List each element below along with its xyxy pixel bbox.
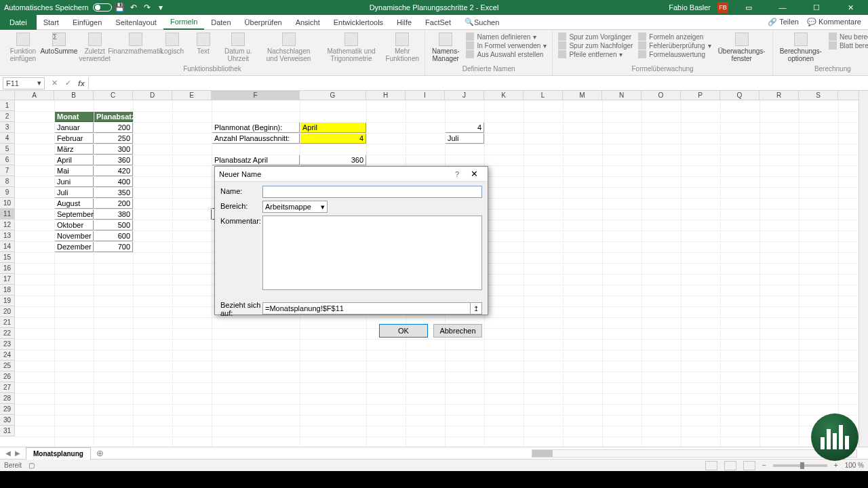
cell-month-11[interactable]: Dezember <box>54 241 94 252</box>
tab-file[interactable]: Datei <box>0 15 37 30</box>
formula-input[interactable] <box>88 77 868 89</box>
view-layout-icon[interactable] <box>724 461 736 470</box>
cell-value-5[interactable]: 400 <box>94 176 133 187</box>
cell-month-0[interactable]: Januar <box>54 122 94 133</box>
scope-select[interactable]: Arbeitsmappe▾ <box>262 201 328 213</box>
row-22[interactable]: 22 <box>0 328 14 339</box>
collapse-ref-icon[interactable]: ↥ <box>470 302 482 314</box>
cell-value-1[interactable]: 250 <box>94 133 133 144</box>
cell-planmonat-value[interactable]: April <box>300 122 366 133</box>
cell-value-8[interactable]: 380 <box>94 209 133 220</box>
dialog-close-icon[interactable]: ✕ <box>465 169 484 179</box>
comment-textarea[interactable] <box>262 216 482 290</box>
datetime-button[interactable]: Datum u. Uhrzeit <box>220 31 256 64</box>
row-25[interactable]: 25 <box>0 361 14 371</box>
row-9[interactable]: 9 <box>0 187 14 198</box>
error-check-button[interactable]: Fehlerüberprüfung ▾ <box>638 41 711 49</box>
create-from-selection-button[interactable]: Aus Auswahl erstellen <box>466 50 547 58</box>
col-L[interactable]: L <box>524 91 563 100</box>
zoom-slider[interactable] <box>773 464 827 467</box>
calc-sheet-button[interactable]: Blatt berechnen <box>829 41 868 49</box>
use-in-formula-button[interactable]: In Formel verwenden ▾ <box>466 41 547 49</box>
cell-value-11[interactable]: 700 <box>94 241 133 252</box>
financial-button[interactable]: Finanzmathematik <box>116 31 155 56</box>
cell-header-plan[interactable]: Planabsatz <box>94 111 133 122</box>
col-P[interactable]: P <box>681 91 720 100</box>
dialog-help-icon[interactable]: ? <box>450 170 465 178</box>
zoom-in-icon[interactable]: + <box>834 462 838 469</box>
cell-month-8[interactable]: September <box>54 209 94 220</box>
tab-devtools[interactable]: Entwicklertools <box>327 15 390 30</box>
row-15[interactable]: 15 <box>0 252 14 263</box>
eval-formula-button[interactable]: Formelauswertung <box>638 50 711 58</box>
col-O[interactable]: O <box>642 91 681 100</box>
search-button[interactable]: 🔍 Suchen <box>458 15 506 30</box>
cell-month-10[interactable]: November <box>54 230 94 241</box>
tab-data[interactable]: Daten <box>204 15 237 30</box>
ribbon-display-icon[interactable]: ▭ <box>735 0 762 15</box>
calc-options-button[interactable]: Berechnungs-optionen <box>777 31 825 64</box>
row-26[interactable]: 26 <box>0 371 14 382</box>
cell-aux1[interactable]: 4 <box>445 122 484 133</box>
row-8[interactable]: 8 <box>0 176 14 187</box>
cell-month-7[interactable]: August <box>54 198 94 209</box>
macro-record-icon[interactable]: ▢ <box>28 462 35 469</box>
view-break-icon[interactable] <box>743 461 755 470</box>
share-button[interactable]: 🔗 Teilen <box>768 18 799 26</box>
cell-value-0[interactable]: 200 <box>94 122 133 133</box>
col-G[interactable]: G <box>300 91 366 100</box>
row-3[interactable]: 3 <box>0 122 14 133</box>
mathtrig-button[interactable]: Mathematik und Trigonometrie <box>321 31 381 64</box>
row-16[interactable]: 16 <box>0 263 14 274</box>
cell-month-4[interactable]: Mai <box>54 165 94 176</box>
save-icon[interactable]: 💾 <box>115 2 125 13</box>
logical-button[interactable]: Logisch <box>158 31 186 56</box>
col-Q[interactable]: Q <box>720 91 760 100</box>
row-14[interactable]: 14 <box>0 241 14 252</box>
qat-dropdown-icon[interactable]: ▾ <box>155 2 166 13</box>
calc-now-button[interactable]: Neu berechnen <box>829 33 868 41</box>
cell-month-6[interactable]: Juli <box>54 187 94 198</box>
row-21[interactable]: 21 <box>0 317 14 328</box>
row-24[interactable]: 24 <box>0 350 14 361</box>
col-B[interactable]: B <box>54 91 94 100</box>
row-2[interactable]: 2 <box>0 111 14 122</box>
cell-planabsatz-value[interactable]: 360 <box>300 155 366 165</box>
comments-button[interactable]: 💬 Kommentare <box>807 18 861 26</box>
row-13[interactable]: 13 <box>0 230 14 241</box>
row-30[interactable]: 30 <box>0 415 14 426</box>
redo-icon[interactable]: ↷ <box>142 2 153 13</box>
trace-dependents-button[interactable]: Spur zum Nachfolger <box>558 41 633 49</box>
autosum-button[interactable]: ΣAutoSumme <box>45 31 73 56</box>
col-H[interactable]: H <box>366 91 406 100</box>
row-28[interactable]: 28 <box>0 393 14 404</box>
watch-window-button[interactable]: Überwachungs-fenster <box>715 31 768 64</box>
show-formulas-button[interactable]: Formeln anzeigen <box>638 33 711 41</box>
select-all-corner[interactable] <box>0 91 15 100</box>
zoom-out-icon[interactable]: − <box>762 462 766 469</box>
row-17[interactable]: 17 <box>0 274 14 285</box>
row-4[interactable]: 4 <box>0 133 14 144</box>
col-S[interactable]: S <box>799 91 838 100</box>
cell-month-2[interactable]: März <box>54 144 94 155</box>
tab-help[interactable]: Hilfe <box>390 15 418 30</box>
col-I[interactable]: I <box>406 91 445 100</box>
cell-value-4[interactable]: 420 <box>94 165 133 176</box>
row-10[interactable]: 10 <box>0 198 14 209</box>
row-12[interactable]: 12 <box>0 220 14 230</box>
row-18[interactable]: 18 <box>0 285 14 296</box>
col-C[interactable]: C <box>94 91 133 100</box>
col-F[interactable]: F <box>212 91 300 100</box>
row-7[interactable]: 7 <box>0 165 14 176</box>
name-box[interactable]: F11▾ <box>3 77 45 89</box>
col-R[interactable]: R <box>760 91 799 100</box>
enter-formula-icon[interactable]: ✓ <box>61 79 75 87</box>
cell-header-month[interactable]: Monat <box>54 111 94 122</box>
col-A[interactable]: A <box>15 91 54 100</box>
tab-review[interactable]: Überprüfen <box>238 15 289 30</box>
undo-icon[interactable]: ↶ <box>128 2 139 13</box>
name-input[interactable] <box>262 186 482 198</box>
cell-month-5[interactable]: Juni <box>54 176 94 187</box>
cell-value-9[interactable]: 500 <box>94 220 133 230</box>
row-11[interactable]: 11 <box>0 209 14 220</box>
